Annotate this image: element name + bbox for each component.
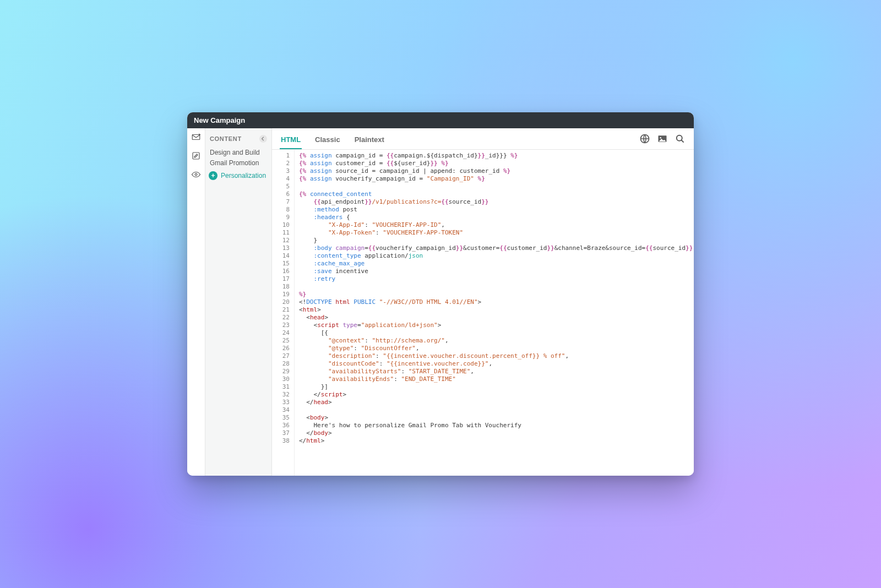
editor-tabs: HTMLClassicPlaintext: [280, 128, 385, 149]
panel-header-label: CONTENT: [210, 135, 242, 142]
svg-point-2: [195, 173, 197, 176]
panel-item-label: Gmail Promotion: [210, 159, 259, 167]
image-icon[interactable]: [656, 133, 668, 145]
panel-item-gmail-promotion[interactable]: Gmail Promotion: [209, 157, 268, 169]
panel-item-label: Design and Build: [210, 149, 260, 156]
envelope-icon[interactable]: [191, 132, 202, 143]
svg-rect-1: [193, 153, 199, 159]
tabs-row: HTMLClassicPlaintext: [272, 128, 694, 150]
globe-icon[interactable]: [639, 133, 651, 145]
content-panel: CONTENT Design and Build Gmail Promotion…: [205, 128, 272, 476]
panel-header: CONTENT: [209, 133, 268, 147]
app-window: New Campaign CONTENT Design and Bu: [187, 112, 694, 476]
svg-point-5: [660, 137, 661, 139]
editor-toolbar: [639, 133, 686, 145]
code-area[interactable]: {% assign campaign_id = {{campaign.${dis…: [295, 150, 694, 476]
search-icon[interactable]: [674, 133, 686, 145]
eye-icon[interactable]: [191, 169, 202, 180]
icon-rail: [187, 128, 205, 476]
plus-icon: +: [209, 171, 217, 180]
panel-back-button[interactable]: [259, 135, 267, 143]
panel-item-label: Personalization: [221, 172, 266, 179]
tab-classic[interactable]: Classic: [314, 135, 341, 149]
tab-plaintext[interactable]: Plaintext: [354, 135, 385, 149]
code-editor[interactable]: 1234567891011121314151617181920212223242…: [272, 150, 694, 476]
panel-add-personalization[interactable]: + Personalization: [209, 169, 268, 180]
tab-html[interactable]: HTML: [280, 135, 302, 149]
workspace: CONTENT Design and Build Gmail Promotion…: [187, 128, 694, 476]
svg-point-6: [677, 135, 682, 141]
svg-rect-0: [192, 135, 200, 140]
editor-main: HTMLClassicPlaintext 1234567891011121314…: [272, 128, 694, 476]
window-title: New Campaign: [187, 112, 694, 128]
line-gutter: 1234567891011121314151617181920212223242…: [272, 150, 295, 476]
panel-item-design-build[interactable]: Design and Build: [209, 147, 268, 159]
compose-icon[interactable]: [191, 150, 202, 161]
